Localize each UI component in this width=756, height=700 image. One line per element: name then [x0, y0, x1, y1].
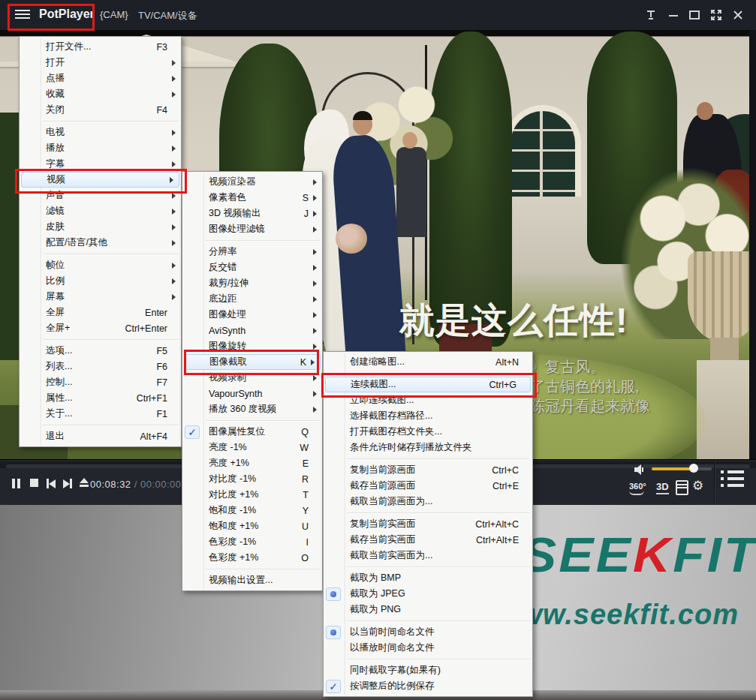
menu-item[interactable]: 收藏: [20, 86, 181, 102]
stop-button[interactable]: [30, 479, 38, 487]
previous-button[interactable]: [47, 478, 56, 491]
menu-item[interactable]: 截取为 BMP: [324, 570, 532, 586]
menu-item[interactable]: 视频录制: [182, 370, 322, 386]
menu-item[interactable]: 点播: [20, 71, 181, 86]
menu-item[interactable]: 声音: [20, 188, 181, 203]
menu-item[interactable]: 底边距: [182, 291, 322, 307]
menu-item[interactable]: 字幕: [20, 156, 181, 172]
titlebar-item-tv-cam-device[interactable]: TV/CAM/设备: [138, 9, 197, 23]
pin-on-top-icon[interactable]: [644, 8, 658, 22]
submenu-arrow-icon: [172, 240, 181, 246]
log-panel-icon[interactable]: [676, 480, 688, 495]
menu-item[interactable]: 以播放时间命名文件: [324, 640, 532, 656]
pause-button[interactable]: [12, 478, 23, 491]
menu-item[interactable]: 打开: [20, 55, 181, 71]
menu-item[interactable]: 皮肤: [20, 219, 181, 235]
menu-item[interactable]: 视频渲染器: [182, 174, 322, 190]
menu-item[interactable]: 亮度 -1%W: [182, 440, 322, 455]
menu-item[interactable]: 条件允许时储存到播放文件夹: [324, 440, 532, 455]
menu-item[interactable]: 连续截图...Ctrl+G: [325, 377, 531, 392]
menu-item[interactable]: 裁剪/拉伸: [182, 275, 322, 291]
titlebar-item-cam[interactable]: {CAM}: [100, 9, 128, 20]
menu-item[interactable]: 视频: [21, 172, 179, 188]
volume-icon[interactable]: [633, 463, 648, 479]
menu-item[interactable]: 截存当前实画面Ctrl+Alt+E: [324, 532, 532, 548]
settings-gear-icon[interactable]: ⚙: [692, 478, 703, 494]
menu-item[interactable]: 列表...F6: [20, 359, 181, 374]
menu-item[interactable]: 全屏Enter: [20, 305, 181, 320]
menu-item[interactable]: 帧位: [20, 257, 181, 273]
menu-item[interactable]: 截取为 JPEG: [324, 586, 532, 602]
playlist-icon[interactable]: [721, 470, 746, 494]
menu-item[interactable]: 亮度 +1%E: [182, 455, 322, 471]
menu-item-label: 以播放时间命名文件: [345, 641, 519, 654]
menu-item[interactable]: 退出Alt+F4: [20, 428, 181, 444]
menu-item[interactable]: 配置/语言/其他: [20, 235, 181, 251]
close-icon[interactable]: [731, 8, 745, 22]
menu-gutter: [324, 494, 345, 509]
menu-item[interactable]: 关闭F4: [20, 102, 181, 118]
menu-item[interactable]: 选择截图存档路径...: [324, 408, 532, 424]
menu-item-label: 电视: [41, 126, 167, 139]
menu-gutter: [324, 548, 345, 563]
app-title[interactable]: PotPlayer: [39, 8, 95, 21]
menu-item[interactable]: 以当前时间命名文件: [324, 624, 532, 640]
menu-item[interactable]: 图像旋转: [182, 338, 322, 354]
fullscreen-icon[interactable]: [709, 8, 723, 22]
menu-item[interactable]: 反交错: [182, 260, 322, 275]
menu-item[interactable]: 关于...F1: [20, 406, 181, 422]
menu-item-label: AviSynth: [203, 326, 309, 336]
menu-item[interactable]: 复制当前源画面Ctrl+C: [324, 462, 532, 478]
menu-item-label: 收藏: [41, 88, 167, 101]
maximize-icon[interactable]: [688, 8, 701, 22]
menu-item[interactable]: 打开截图存档文件夹...: [324, 424, 532, 440]
minimize-icon[interactable]: [667, 8, 680, 22]
menu-item[interactable]: 选项...F5: [20, 343, 181, 359]
menu-item[interactable]: 播放 360 度视频: [182, 401, 322, 417]
next-button[interactable]: [63, 478, 72, 491]
eject-button[interactable]: [80, 478, 89, 487]
menu-item[interactable]: 分辨率: [182, 244, 322, 260]
menu-item[interactable]: 属性...Ctrl+F1: [20, 390, 181, 406]
menu-item[interactable]: 电视: [20, 125, 181, 140]
menu-item[interactable]: 像素着色S: [182, 190, 322, 206]
menu-item[interactable]: AviSynth: [182, 323, 322, 338]
menu-item[interactable]: 饱和度 +1%U: [182, 518, 322, 534]
menu-item[interactable]: 图像截取K: [184, 354, 321, 370]
video-3d-button[interactable]: 3D: [656, 481, 669, 494]
menu-item[interactable]: 图像处理滤镜: [182, 221, 322, 237]
menu-item[interactable]: 立即连续截图...: [324, 392, 532, 408]
menu-item[interactable]: VapourSynth: [182, 386, 322, 401]
menu-item[interactable]: 同时截取字幕(如果有): [324, 662, 532, 678]
menu-item[interactable]: ✓图像属性复位Q: [182, 424, 322, 440]
video-360-button[interactable]: 360°: [629, 482, 646, 495]
menu-gutter: [324, 640, 345, 656]
menu-item[interactable]: 色彩度 -1%I: [182, 534, 322, 550]
menu-item[interactable]: 全屏+Ctrl+Enter: [20, 320, 181, 336]
menu-item[interactable]: 对比度 +1%T: [182, 487, 322, 503]
menu-item[interactable]: 创建缩略图...Alt+N: [324, 354, 532, 370]
menu-item[interactable]: 复制当前实画面Ctrl+Alt+C: [324, 516, 532, 532]
menu-item[interactable]: 对比度 -1%R: [182, 471, 322, 487]
menu-item[interactable]: 3D 视频输出J: [182, 206, 322, 221]
menu-item[interactable]: 播放: [20, 140, 181, 156]
hamburger-menu-icon[interactable]: [15, 10, 30, 20]
menu-item[interactable]: 截取当前源画面为...: [324, 494, 532, 509]
menu-item[interactable]: 图像处理: [182, 307, 322, 323]
menu-item[interactable]: ✓按调整后的比例保存: [324, 678, 532, 694]
menu-item[interactable]: 屏幕: [20, 289, 181, 305]
menu-gutter: [20, 55, 41, 71]
menu-item[interactable]: 截取为 PNG: [324, 602, 532, 617]
menu-item[interactable]: 饱和度 -1%Y: [182, 503, 322, 518]
menu-item[interactable]: 滤镜: [20, 203, 181, 219]
menu-item[interactable]: 打开文件...F3: [20, 39, 181, 55]
menu-item[interactable]: 截存当前源画面Ctrl+E: [324, 478, 532, 494]
menu-item[interactable]: 控制...F7: [20, 374, 181, 390]
menu-item[interactable]: 比例: [20, 273, 181, 289]
menu-item[interactable]: 色彩度 +1%O: [182, 550, 322, 566]
menu-item[interactable]: 截取当前实画面为...: [324, 548, 532, 563]
menu-item-label: 复制当前源画面: [345, 464, 492, 476]
menu-item[interactable]: 视频输出设置...: [182, 572, 322, 588]
volume-knob[interactable]: [689, 464, 698, 473]
menu-item-label: 打开截图存档文件夹...: [345, 425, 519, 438]
